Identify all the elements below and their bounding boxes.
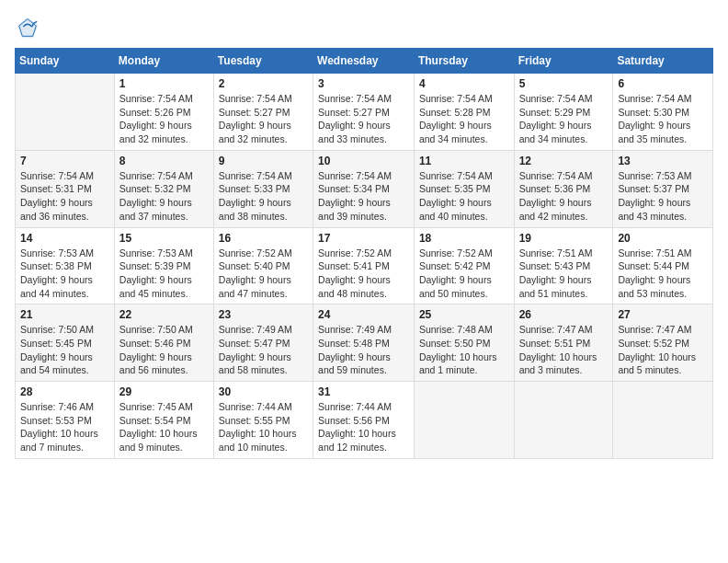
day-number: 13: [618, 155, 708, 167]
day-number: 20: [618, 232, 708, 245]
calendar-cell: 15Sunrise: 7:53 AMSunset: 5:39 PMDayligh…: [114, 227, 213, 304]
weekday-header-sunday: Sunday: [16, 49, 115, 74]
day-number: 23: [219, 308, 308, 321]
week-row-4: 21Sunrise: 7:50 AMSunset: 5:45 PMDayligh…: [16, 304, 713, 382]
day-number: 1: [119, 77, 209, 90]
day-info: Sunrise: 7:52 AMSunset: 5:42 PMDaylight:…: [419, 247, 509, 301]
weekday-header-friday: Friday: [514, 49, 613, 74]
calendar-cell: 20Sunrise: 7:51 AMSunset: 5:44 PMDayligh…: [613, 227, 713, 304]
calendar-cell: 2Sunrise: 7:54 AMSunset: 5:27 PMDaylight…: [213, 74, 313, 151]
calendar-table: SundayMondayTuesdayWednesdayThursdayFrid…: [15, 48, 713, 459]
day-info: Sunrise: 7:51 AMSunset: 5:43 PMDaylight:…: [519, 247, 609, 301]
day-info: Sunrise: 7:54 AMSunset: 5:28 PMDaylight:…: [419, 92, 509, 146]
day-info: Sunrise: 7:54 AMSunset: 5:34 PMDaylight:…: [318, 169, 409, 224]
weekday-header-wednesday: Wednesday: [313, 49, 415, 74]
day-info: Sunrise: 7:49 AMSunset: 5:47 PMDaylight:…: [219, 323, 308, 377]
calendar-cell: 28Sunrise: 7:46 AMSunset: 5:53 PMDayligh…: [16, 382, 115, 459]
day-info: Sunrise: 7:54 AMSunset: 5:35 PMDaylight:…: [419, 169, 509, 224]
day-number: 3: [318, 77, 409, 90]
day-info: Sunrise: 7:50 AMSunset: 5:46 PMDaylight:…: [119, 323, 209, 377]
calendar-cell: 16Sunrise: 7:52 AMSunset: 5:40 PMDayligh…: [213, 227, 313, 304]
day-number: 24: [318, 308, 409, 321]
weekday-header-saturday: Saturday: [613, 49, 713, 74]
day-info: Sunrise: 7:54 AMSunset: 5:26 PMDaylight:…: [119, 92, 209, 146]
day-info: Sunrise: 7:49 AMSunset: 5:48 PMDaylight:…: [318, 323, 409, 377]
day-number: 4: [419, 77, 509, 90]
calendar-cell: 10Sunrise: 7:54 AMSunset: 5:34 PMDayligh…: [313, 150, 415, 227]
calendar-cell: 6Sunrise: 7:54 AMSunset: 5:30 PMDaylight…: [613, 74, 713, 151]
week-row-3: 14Sunrise: 7:53 AMSunset: 5:38 PMDayligh…: [16, 227, 713, 304]
day-number: 11: [419, 155, 509, 167]
day-info: Sunrise: 7:54 AMSunset: 5:33 PMDaylight:…: [219, 169, 308, 224]
weekday-header-tuesday: Tuesday: [213, 49, 313, 74]
day-info: Sunrise: 7:54 AMSunset: 5:31 PMDaylight:…: [20, 169, 109, 224]
day-info: Sunrise: 7:45 AMSunset: 5:54 PMDaylight:…: [119, 400, 209, 454]
weekday-header-thursday: Thursday: [414, 49, 514, 74]
day-number: 15: [119, 232, 209, 245]
day-info: Sunrise: 7:54 AMSunset: 5:29 PMDaylight:…: [519, 92, 609, 146]
svg-marker-0: [17, 17, 38, 38]
day-number: 31: [318, 385, 409, 398]
day-number: 8: [119, 155, 209, 167]
calendar-cell: 13Sunrise: 7:53 AMSunset: 5:37 PMDayligh…: [613, 150, 713, 227]
day-info: Sunrise: 7:54 AMSunset: 5:32 PMDaylight:…: [119, 169, 209, 224]
day-info: Sunrise: 7:53 AMSunset: 5:39 PMDaylight:…: [119, 247, 209, 301]
day-number: 27: [618, 308, 708, 321]
page-container: SundayMondayTuesdayWednesdayThursdayFrid…: [0, 0, 728, 466]
day-info: Sunrise: 7:48 AMSunset: 5:50 PMDaylight:…: [419, 323, 509, 377]
day-number: 9: [219, 155, 308, 167]
calendar-cell: 1Sunrise: 7:54 AMSunset: 5:26 PMDaylight…: [114, 74, 213, 151]
calendar-cell: 24Sunrise: 7:49 AMSunset: 5:48 PMDayligh…: [313, 304, 415, 382]
calendar-cell: 22Sunrise: 7:50 AMSunset: 5:46 PMDayligh…: [114, 304, 213, 382]
calendar-cell: 5Sunrise: 7:54 AMSunset: 5:29 PMDaylight…: [514, 74, 613, 151]
calendar-cell: 12Sunrise: 7:54 AMSunset: 5:36 PMDayligh…: [514, 150, 613, 227]
calendar-cell: [16, 74, 115, 151]
day-info: Sunrise: 7:51 AMSunset: 5:44 PMDaylight:…: [618, 247, 708, 301]
day-number: 17: [318, 232, 409, 245]
logo: [15, 15, 42, 40]
day-info: Sunrise: 7:50 AMSunset: 5:45 PMDaylight:…: [20, 323, 109, 377]
calendar-cell: 23Sunrise: 7:49 AMSunset: 5:47 PMDayligh…: [213, 304, 313, 382]
day-info: Sunrise: 7:46 AMSunset: 5:53 PMDaylight:…: [20, 400, 109, 454]
calendar-cell: 4Sunrise: 7:54 AMSunset: 5:28 PMDaylight…: [414, 74, 514, 151]
calendar-cell: 30Sunrise: 7:44 AMSunset: 5:55 PMDayligh…: [213, 382, 313, 459]
day-number: 25: [419, 308, 509, 321]
day-info: Sunrise: 7:47 AMSunset: 5:52 PMDaylight:…: [618, 323, 708, 377]
calendar-cell: [613, 382, 713, 459]
calendar-cell: 31Sunrise: 7:44 AMSunset: 5:56 PMDayligh…: [313, 382, 415, 459]
calendar-cell: 11Sunrise: 7:54 AMSunset: 5:35 PMDayligh…: [414, 150, 514, 227]
day-info: Sunrise: 7:44 AMSunset: 5:56 PMDaylight:…: [318, 400, 409, 454]
logo-icon: [15, 15, 40, 40]
day-number: 19: [519, 232, 609, 245]
day-number: 18: [419, 232, 509, 245]
calendar-cell: 21Sunrise: 7:50 AMSunset: 5:45 PMDayligh…: [16, 304, 115, 382]
day-info: Sunrise: 7:54 AMSunset: 5:27 PMDaylight:…: [318, 92, 409, 146]
day-number: 7: [20, 155, 109, 167]
day-number: 30: [219, 385, 308, 398]
day-info: Sunrise: 7:54 AMSunset: 5:30 PMDaylight:…: [618, 92, 708, 146]
calendar-cell: 19Sunrise: 7:51 AMSunset: 5:43 PMDayligh…: [514, 227, 613, 304]
calendar-cell: 14Sunrise: 7:53 AMSunset: 5:38 PMDayligh…: [16, 227, 115, 304]
day-number: 10: [318, 155, 409, 167]
day-number: 2: [219, 77, 308, 90]
day-info: Sunrise: 7:52 AMSunset: 5:41 PMDaylight:…: [318, 247, 409, 301]
calendar-cell: 7Sunrise: 7:54 AMSunset: 5:31 PMDaylight…: [16, 150, 115, 227]
calendar-cell: 17Sunrise: 7:52 AMSunset: 5:41 PMDayligh…: [313, 227, 415, 304]
calendar-cell: 9Sunrise: 7:54 AMSunset: 5:33 PMDaylight…: [213, 150, 313, 227]
week-row-5: 28Sunrise: 7:46 AMSunset: 5:53 PMDayligh…: [16, 382, 713, 459]
calendar-cell: 25Sunrise: 7:48 AMSunset: 5:50 PMDayligh…: [414, 304, 514, 382]
day-number: 29: [119, 385, 209, 398]
day-info: Sunrise: 7:47 AMSunset: 5:51 PMDaylight:…: [519, 323, 609, 377]
day-number: 14: [20, 232, 109, 245]
day-number: 28: [20, 385, 109, 398]
header-area: [15, 15, 713, 40]
day-number: 12: [519, 155, 609, 167]
day-number: 22: [119, 308, 209, 321]
calendar-cell: 26Sunrise: 7:47 AMSunset: 5:51 PMDayligh…: [514, 304, 613, 382]
calendar-cell: [514, 382, 613, 459]
day-number: 21: [20, 308, 109, 321]
day-info: Sunrise: 7:52 AMSunset: 5:40 PMDaylight:…: [219, 247, 308, 301]
day-info: Sunrise: 7:54 AMSunset: 5:27 PMDaylight:…: [219, 92, 308, 146]
day-info: Sunrise: 7:44 AMSunset: 5:55 PMDaylight:…: [219, 400, 308, 454]
calendar-cell: 27Sunrise: 7:47 AMSunset: 5:52 PMDayligh…: [613, 304, 713, 382]
